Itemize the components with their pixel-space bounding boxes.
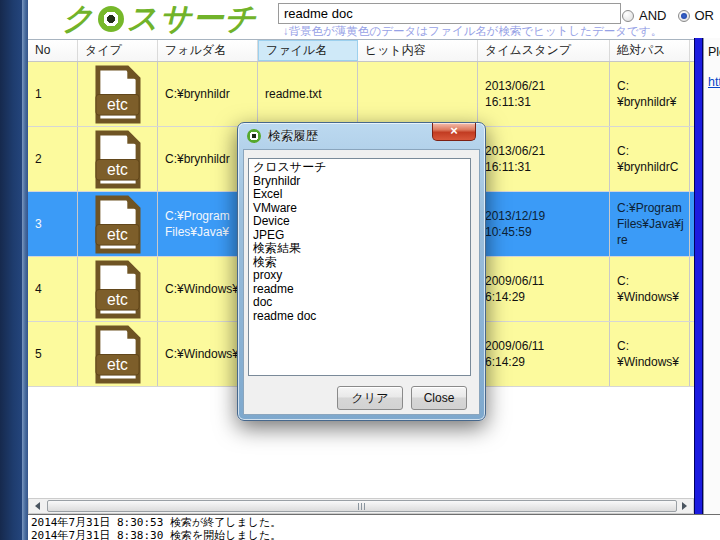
etc-file-icon: etc [94, 65, 141, 124]
search-history-dialog: 検索履歴 × クロスサーチ Brynhildr Excel VMware Dev… [237, 122, 486, 421]
timestamp-time: 16:11:31 [485, 159, 604, 175]
column-header-folder[interactable]: フォルダ名 [158, 40, 258, 61]
cell-file[interactable]: readme.txt [258, 62, 358, 126]
cell-hit[interactable] [358, 62, 478, 126]
timestamp-date: 2013/06/21 [485, 143, 604, 159]
dialog-buttons: クリア Close [337, 386, 467, 410]
scrollbar-grip-icon [358, 503, 367, 510]
scroll-right-button[interactable] [676, 499, 693, 513]
preview-side-panel: Ple http [703, 38, 720, 515]
dialog-title: 検索履歴 [268, 128, 318, 145]
app-logo: ク スサーチ [62, 0, 257, 38]
column-header-timestamp[interactable]: タイムスタンプ [478, 40, 610, 61]
cell-type[interactable]: etc [78, 127, 158, 191]
or-radio-label[interactable]: OR [695, 8, 715, 23]
timestamp-date: 2013/06/21 [485, 78, 604, 94]
history-item[interactable]: JPEG [253, 229, 470, 243]
cell-timestamp[interactable]: 2009/06/11 6:14:29 [478, 322, 610, 386]
clear-button[interactable]: クリア [337, 386, 403, 410]
desktop-background-strip [0, 0, 22, 540]
svg-text:etc: etc [107, 226, 128, 243]
cell-path[interactable]: C:¥Windows¥ [610, 257, 690, 321]
log-line: 2014年7月31日 8:30:53 検索が終了しました。 [31, 516, 720, 529]
cell-path[interactable]: C:¥Windows¥ [610, 322, 690, 386]
cell-path[interactable]: C:¥brynhildrC [610, 127, 690, 191]
column-header-no[interactable]: No [28, 40, 78, 61]
history-item[interactable]: VMware [253, 202, 470, 216]
scroll-right-icon [682, 502, 687, 510]
column-header-path[interactable]: 絶対パス [610, 40, 690, 61]
dialog-app-icon [247, 129, 261, 143]
history-item[interactable]: readme doc [253, 310, 470, 324]
cell-no[interactable]: 3 [28, 192, 78, 256]
history-item[interactable]: 検索結果 [253, 242, 470, 256]
scroll-left-icon [35, 502, 40, 510]
history-item[interactable]: 検索 [253, 256, 470, 270]
dialog-close-button[interactable]: × [432, 123, 476, 141]
history-item[interactable]: readme [253, 283, 470, 297]
app-header: ク スサーチ ↓背景色が薄黄色のデータはファイル名が検索でヒットしたデータです。… [28, 0, 720, 39]
logo-eye-icon [98, 6, 124, 32]
history-item[interactable]: proxy [253, 269, 470, 283]
close-button[interactable]: Close [411, 386, 467, 410]
history-listbox[interactable]: クロスサーチ Brynhildr Excel VMware Device JPE… [248, 158, 471, 376]
cell-type[interactable]: etc [78, 192, 158, 256]
cell-type[interactable]: etc [78, 322, 158, 386]
cell-timestamp[interactable]: 2013/12/19 10:45:59 [478, 192, 610, 256]
cell-timestamp[interactable]: 2013/06/21 16:11:31 [478, 127, 610, 191]
timestamp-time: 10:45:59 [485, 224, 604, 240]
and-radio[interactable] [622, 10, 634, 22]
history-item[interactable]: Brynhildr [253, 175, 470, 189]
cell-no[interactable]: 4 [28, 257, 78, 321]
column-header-type[interactable]: タイプ [78, 40, 158, 61]
cell-path[interactable]: C:¥brynhildr¥ [610, 62, 690, 126]
cell-no[interactable]: 1 [28, 62, 78, 126]
cell-type[interactable]: etc [78, 257, 158, 321]
cell-path[interactable]: C:¥Program Files¥Java¥jre [610, 192, 690, 256]
timestamp-time: 16:11:31 [485, 94, 604, 110]
horizontal-scrollbar[interactable] [28, 498, 694, 514]
logo-text-rest: スサーチ [127, 0, 257, 40]
svg-text:etc: etc [107, 291, 128, 308]
column-header-hit[interactable]: ヒット内容 [358, 40, 478, 61]
search-mode-radios: AND OR [622, 8, 720, 23]
table-row[interactable]: 1 etc C:¥brynhildr readme.txt 2013/06/21… [28, 62, 694, 127]
cell-no[interactable]: 2 [28, 127, 78, 191]
search-hint-text: ↓背景色が薄黄色のデータはファイル名が検索でヒットしたデータです。 [283, 24, 662, 39]
timestamp-time: 6:14:29 [485, 354, 604, 370]
svg-text:etc: etc [107, 356, 128, 373]
cell-type[interactable]: etc [78, 62, 158, 126]
etc-file-icon: etc [94, 130, 141, 189]
history-item[interactable]: doc [253, 296, 470, 310]
column-header-file[interactable]: ファイル名 [258, 40, 358, 61]
and-radio-label[interactable]: AND [639, 8, 666, 23]
history-item[interactable]: クロスサーチ [253, 161, 470, 175]
timestamp-date: 2009/06/11 [485, 338, 604, 354]
search-input[interactable] [278, 3, 621, 24]
history-item[interactable]: Device [253, 215, 470, 229]
side-panel-text: Ple [708, 45, 720, 59]
status-log-panel: 2014年7月31日 8:30:53 検索が終了しました。 2014年7月31日… [28, 514, 720, 540]
cell-no[interactable]: 5 [28, 322, 78, 386]
log-line: 2014年7月31日 8:38:30 検索を開始しました。 [31, 529, 720, 540]
pane-splitter[interactable] [694, 38, 703, 515]
dialog-titlebar[interactable]: 検索履歴 × [238, 123, 485, 149]
cell-folder[interactable]: C:¥brynhildr [158, 62, 258, 126]
timestamp-time: 6:14:29 [485, 289, 604, 305]
or-radio[interactable] [678, 10, 690, 22]
etc-file-icon: etc [94, 260, 141, 319]
timestamp-date: 2009/06/11 [485, 273, 604, 289]
cell-timestamp[interactable]: 2013/06/21 16:11:31 [478, 62, 610, 126]
cell-timestamp[interactable]: 2009/06/11 6:14:29 [478, 257, 610, 321]
svg-text:etc: etc [107, 161, 128, 178]
svg-text:etc: etc [107, 96, 128, 113]
side-panel-link[interactable]: http [708, 75, 720, 89]
scroll-left-button[interactable] [29, 499, 46, 513]
table-header-row: No タイプ フォルダ名 ファイル名 ヒット内容 タイムスタンプ 絶対パス [28, 40, 694, 62]
dialog-body: クロスサーチ Brynhildr Excel VMware Device JPE… [243, 149, 480, 415]
history-item[interactable]: Excel [253, 188, 470, 202]
scrollbar-thumb[interactable] [47, 500, 677, 512]
etc-file-icon: etc [94, 195, 141, 254]
app-window: ク スサーチ ↓背景色が薄黄色のデータはファイル名が検索でヒットしたデータです。… [0, 0, 720, 540]
logo-text-first: ク [62, 0, 95, 40]
